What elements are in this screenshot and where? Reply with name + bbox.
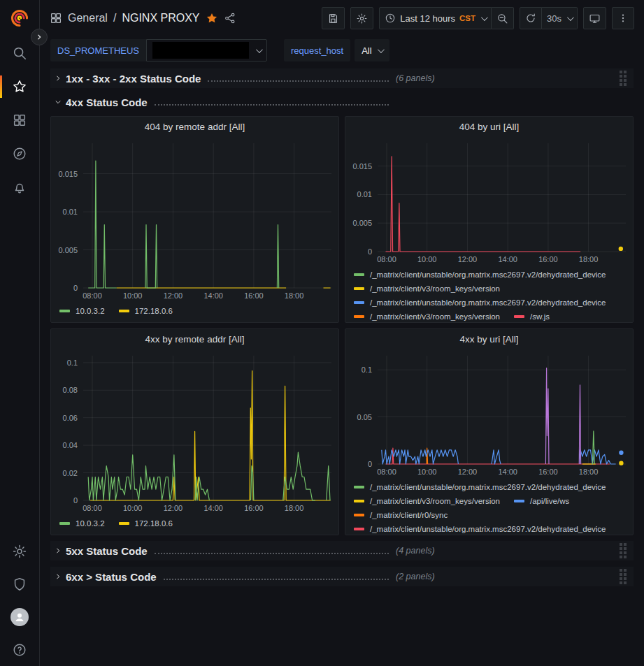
row-drag-handle[interactable] [620,543,629,558]
legend-item[interactable]: 10.0.3.2 [59,516,105,530]
row-title: 1xx - 3xx - 2xx Status Code [66,73,201,85]
row-4xx[interactable]: 4xx Status Code [50,92,634,112]
row-5xx[interactable]: 5xx Status Code (4 panels) [50,541,634,560]
row-drag-handle[interactable] [620,71,629,86]
legend-item[interactable]: /_matrix/client/v3/room_keys/version [354,282,500,296]
chart[interactable]: 08:0010:0012:0014:0016:0018:0000.020.040… [51,349,338,515]
dashboard-canvas: 1xx - 3xx - 2xx Status Code (6 panels) 4… [40,64,644,666]
refresh-interval-button[interactable]: 30s [542,7,578,29]
legend-item[interactable]: 172.18.0.6 [119,516,173,530]
dashboards-icon [12,113,27,128]
kebab-icon [617,13,629,24]
favorite-star-icon[interactable] [206,12,218,24]
legend-item[interactable]: /_matrix/client/v3/room_keys/version [354,310,500,322]
svg-text:0: 0 [368,247,372,256]
breadcrumb-folder[interactable]: General [68,12,108,24]
svg-text:18:00: 18:00 [579,255,599,263]
dotted-leader [155,553,389,554]
legend: /_matrix/client/unstable/org.matrix.msc2… [345,266,633,322]
svg-text:0.1: 0.1 [362,365,372,374]
dashboard-settings-button[interactable] [350,7,373,29]
share-icon[interactable] [224,12,236,24]
variables-bar: DS_PROMETHEUS request_host All [40,36,644,64]
save-dashboard-button[interactable] [322,7,345,29]
sidebar-item-settings[interactable] [0,535,40,567]
dashboard-title: NGINX PROXY [122,12,199,24]
star-icon [12,79,27,94]
legend-label: /_matrix/client/v3/room_keys/version [370,494,500,508]
svg-text:0.08: 0.08 [63,386,78,394]
time-range-button[interactable]: Last 12 hours CST [379,7,492,29]
row-title-group: 4xx Status Code [66,96,396,108]
svg-text:16:00: 16:00 [538,468,558,476]
legend-item[interactable]: /_matrix/client/unstable/org.matrix.msc2… [354,480,606,494]
chart[interactable]: 08:0010:0012:0014:0016:0018:0000.050.1 [345,349,633,479]
sidebar-expand-button[interactable] [31,29,48,45]
zoom-out-button[interactable] [492,7,514,29]
legend-label: /_matrix/client/unstable/org.matrix.msc2… [370,522,606,535]
panel-title[interactable]: 4xx by uri [All] [345,329,633,349]
row-title-group: 5xx Status Code [66,545,396,557]
svg-text:14:00: 14:00 [203,504,223,512]
row-panel-count: (4 panels) [396,546,435,556]
sidebar-item-server-admin[interactable] [0,567,40,600]
panel-title[interactable]: 4xx by remote addr [All] [51,329,338,349]
tv-mode-button[interactable] [583,7,606,29]
row-title-group: 1xx - 3xx - 2xx Status Code [66,73,396,85]
request-host-label: request_host [284,39,350,61]
refresh-icon [525,13,536,24]
chevron-right-icon [50,75,66,82]
chevron-down-icon [50,99,66,106]
legend-item[interactable]: /_matrix/client/unstable/org.matrix.msc2… [354,268,606,282]
panel-title[interactable]: 404 by uri [All] [345,117,633,136]
request-host-select[interactable]: All [355,39,389,61]
request-host-value: All [362,45,371,56]
legend-item[interactable]: /sw.js [514,310,550,322]
ds-prometheus-value-redacted [152,42,249,59]
sidebar-item-dashboards[interactable] [0,103,40,137]
legend-item[interactable]: /_matrix/client/v3/room_keys/version [354,494,500,508]
sidebar-item-help[interactable] [0,633,40,666]
legend-item[interactable]: /_matrix/client/unstable/org.matrix.msc2… [354,522,606,535]
chart[interactable]: 08:0010:0012:0014:0016:0018:0000.0050.01… [345,136,633,266]
legend-item[interactable]: /_matrix/client/unstable/org.matrix.msc2… [354,296,606,310]
legend-swatch [514,500,524,502]
ds-prometheus-label: DS_PROMETHEUS [50,39,146,61]
sidebar-item-starred[interactable] [0,70,40,103]
svg-text:08:00: 08:00 [83,504,102,512]
panel-404-by-uri: 404 by uri [All] 08:0010:0012:0014:0016:… [345,116,634,323]
row-6xx[interactable]: 6xx > Status Code (2 panels) [50,567,634,586]
sidebar-item-explore[interactable] [0,137,40,171]
legend-item[interactable]: 10.0.3.2 [59,304,105,318]
panel-title[interactable]: 404 by remote addr [All] [51,117,338,136]
legend-label: /sw.js [530,310,550,322]
svg-text:0: 0 [368,460,372,468]
svg-text:0.06: 0.06 [63,414,78,422]
more-options-button[interactable] [612,7,634,29]
timezone-label: CST [459,14,475,22]
sidebar-item-profile[interactable] [0,600,40,633]
user-icon [13,611,26,623]
ds-prometheus-select[interactable] [146,39,267,61]
row-1xx-3xx-2xx[interactable]: 1xx - 3xx - 2xx Status Code (6 panels) [50,68,634,88]
gear-icon [12,544,27,559]
refresh-button[interactable] [520,7,542,29]
search-icon [12,45,27,61]
chevron-down-icon [256,46,263,53]
row-drag-handle[interactable] [620,569,629,584]
panel-4xx-by-uri: 4xx by uri [All] 08:0010:0012:0014:0016:… [345,328,634,535]
legend-item[interactable]: /api/live/ws [514,494,569,508]
refresh-interval-label: 30s [547,13,561,24]
legend-item[interactable]: /_matrix/client/r0/sync [354,508,448,522]
chevron-down-icon [567,14,574,21]
svg-text:0.05: 0.05 [357,413,372,421]
svg-text:16:00: 16:00 [244,291,264,300]
sidebar-item-alerting[interactable] [0,171,40,204]
svg-text:14:00: 14:00 [498,468,517,476]
row-panel-count: (2 panels) [396,572,435,581]
row-panel-count: (6 panels) [396,73,435,83]
chart[interactable]: 08:0010:0012:0014:0016:0018:0000.0050.01… [51,136,338,303]
svg-text:18:00: 18:00 [285,504,304,512]
legend-item[interactable]: 172.18.0.6 [119,304,173,318]
svg-text:08:00: 08:00 [377,255,396,263]
